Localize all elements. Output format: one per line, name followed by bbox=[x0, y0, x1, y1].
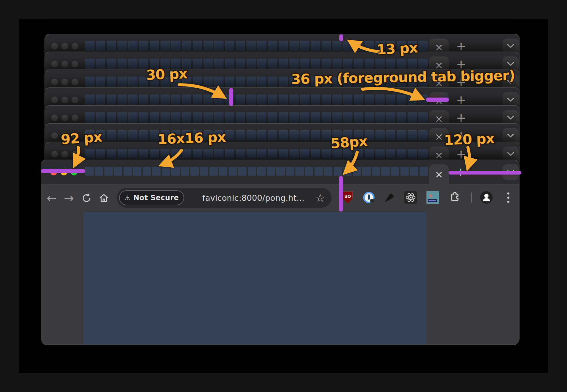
ann-120px: 120 px bbox=[444, 130, 494, 148]
ann-16px: 16x16 px bbox=[157, 129, 226, 147]
annotation-arrow bbox=[162, 150, 181, 165]
screenshot-frame: ×+×+×+×+×+×+×+ × + ← → bbox=[0, 0, 567, 392]
annotation-arrows bbox=[0, 0, 567, 392]
ann-58px: 58px bbox=[330, 133, 368, 152]
annotation-arrow bbox=[346, 152, 357, 172]
ann-30px: 30 px bbox=[146, 66, 187, 83]
ann-92px: 92 px bbox=[60, 129, 102, 147]
annotation-arrow bbox=[75, 147, 78, 165]
ann-13px: 13 px bbox=[376, 39, 418, 58]
annotation-arrow bbox=[468, 147, 469, 167]
annotation-arrow bbox=[363, 88, 421, 98]
annotation-arrow bbox=[179, 85, 223, 97]
